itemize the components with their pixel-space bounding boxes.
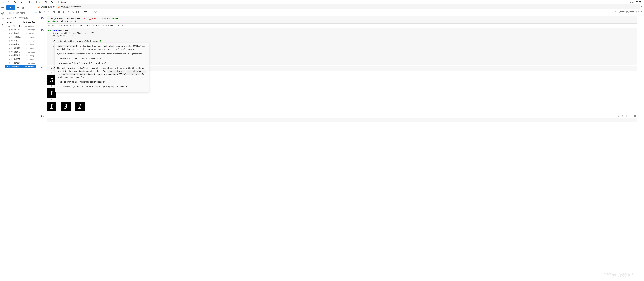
- mnist-item: 33: [61, 98, 70, 111]
- duplicate-button[interactable]: ⿻: [616, 114, 620, 118]
- file-name: MNIST_Data: [12, 25, 22, 27]
- copy-button[interactable]: [52, 10, 56, 14]
- jupyter-logo-icon: [1, 1, 4, 4]
- delete-button[interactable]: 🗑: [633, 114, 636, 118]
- running-icon[interactable]: [1, 12, 4, 15]
- file-modified: 6 days ago: [22, 51, 35, 53]
- menu-kernel[interactable]: Kernel: [34, 0, 43, 4]
- file-row[interactable]: ●▣Untitled.ip...a minute ago: [5, 65, 36, 68]
- insert-cell-button[interactable]: +: [42, 10, 47, 14]
- file-row[interactable]: ▣10-使用静...6 days ago: [5, 61, 36, 65]
- cell-output: <class 'mindspore.dataset.engine.dataset…: [47, 23, 637, 27]
- file-name: 02-快速入...: [12, 32, 22, 35]
- tab-add-button[interactable]: +: [85, 5, 89, 8]
- move-down-button[interactable]: ↓: [625, 114, 628, 118]
- extensions-icon[interactable]: [1, 23, 4, 26]
- render-button[interactable]: [93, 10, 98, 14]
- code-input[interactable]: |: [47, 118, 637, 123]
- menu-view[interactable]: View: [19, 0, 27, 4]
- file-modified: 6 days ago: [22, 32, 35, 34]
- code-cell[interactable]: [5]: train_dataset = MnistDataset("MNIST…: [38, 16, 637, 27]
- save-button[interactable]: [38, 10, 42, 14]
- input-prompt: [6]:: [38, 28, 47, 65]
- file-row[interactable]: ▣02-快速入...6 days ago: [5, 31, 36, 35]
- file-row[interactable]: ▣08-模型训...6 days ago: [5, 54, 36, 57]
- menu-run[interactable]: Run: [27, 0, 34, 4]
- property-inspector: [640, 4, 644, 281]
- code-input[interactable]: train_dataset = MnistDataset("MNIST_Data…: [47, 16, 637, 23]
- settings-icon[interactable]: ⚙: [613, 10, 618, 14]
- kernel-status-icon[interactable]: [636, 11, 638, 13]
- file-modified: a minute ago: [22, 25, 35, 27]
- file-name: 10-使用静...: [12, 61, 22, 64]
- input-prompt: [5]:: [38, 16, 47, 27]
- file-row[interactable]: ▣09-保存与...6 days ago: [5, 57, 36, 61]
- file-modified: 6 days ago: [22, 43, 35, 45]
- toc-icon[interactable]: [1, 18, 4, 20]
- input-prompt: [ ]:: [38, 114, 47, 123]
- file-row[interactable]: ▬MNIST_Dataa minute ago: [5, 24, 36, 28]
- docstring-tooltip: matplotlib.pyplot is a state-based inter…: [55, 43, 149, 92]
- file-modified: 6 days ago: [22, 36, 35, 38]
- notebook-icon: ▣: [8, 32, 11, 35]
- file-row[interactable]: ▣05-数据变...6 days ago: [5, 43, 36, 46]
- new-folder-button[interactable]: [16, 5, 20, 9]
- run-all-button[interactable]: ▶▶: [76, 10, 80, 14]
- paste-button[interactable]: [57, 10, 61, 14]
- file-modified: 6 days ago: [22, 29, 35, 31]
- file-row[interactable]: ▣06-网络构...6 days ago: [5, 46, 36, 50]
- kernel-name[interactable]: Python 3 (ipykernel): [618, 11, 635, 13]
- file-modified: 6 days ago: [22, 58, 35, 60]
- header-name[interactable]: Name: [6, 21, 12, 23]
- file-row[interactable]: ▣07-函数式...6 days ago: [5, 50, 36, 54]
- stop-button[interactable]: ■: [66, 10, 71, 14]
- svg-rect-7: [54, 11, 54, 12]
- cell-toolbar: ⿻ ↑ ↓ ＋ 🗑: [47, 114, 637, 118]
- run-button[interactable]: ▶: [62, 10, 66, 14]
- menu-edit[interactable]: Edit: [12, 0, 19, 4]
- activity-bar: [0, 4, 5, 281]
- cut-button[interactable]: ✂: [47, 10, 52, 14]
- tab-label: 04-数据集Dataset.ipynb: [60, 5, 81, 8]
- cell-type-select[interactable]: Code: [81, 10, 93, 14]
- filter-input-box[interactable]: 🔍: [6, 10, 35, 15]
- header-modified[interactable]: Last Modified: [21, 20, 36, 24]
- file-modified: 6 days ago: [22, 55, 35, 56]
- file-row[interactable]: ●▣04-数据集...3 minutes ago: [5, 39, 36, 43]
- notebook-icon: ▣: [8, 39, 11, 42]
- notebook-toolbar: + ✂ ▶ ■ ▶▶ Code ⚙ Python 3 (ipykernel): [36, 9, 640, 14]
- svg-point-11: [642, 7, 642, 7]
- file-name: 07-函数式...: [12, 50, 22, 53]
- menu-tabs[interactable]: Tabs: [49, 0, 56, 4]
- menu-git[interactable]: Git: [43, 0, 49, 4]
- gear-icon[interactable]: [641, 6, 643, 8]
- file-row[interactable]: ▣01-基本介...6 days ago: [5, 28, 36, 31]
- digit-label: 3: [65, 98, 66, 101]
- code-cell[interactable]: [ ]: ⿻ ↑ ↓ ＋ 🗑 |: [38, 114, 637, 123]
- menu-settings[interactable]: Settings: [56, 0, 67, 4]
- menu-file[interactable]: File: [6, 0, 12, 4]
- insert-above-button[interactable]: ＋: [629, 114, 632, 118]
- notebook-icon: ▣: [8, 47, 11, 49]
- folder-icon[interactable]: [1, 6, 4, 9]
- upload-button[interactable]: [21, 5, 25, 9]
- move-up-button[interactable]: ↑: [620, 114, 624, 118]
- debug-icon[interactable]: [641, 10, 643, 13]
- new-launcher-button[interactable]: +: [6, 5, 15, 9]
- notebook-icon: ▣: [8, 36, 11, 38]
- close-icon[interactable]: ×: [82, 5, 83, 8]
- file-row[interactable]: ▣03-张量Te...6 days ago: [5, 35, 36, 39]
- tab-dataset[interactable]: ▣ 04-数据集Dataset.ipynb ×: [56, 4, 85, 9]
- restart-button[interactable]: [71, 10, 76, 14]
- file-modified: a minute ago: [22, 65, 35, 67]
- filter-input[interactable]: [8, 11, 35, 15]
- breadcrumb[interactable]: /初学入门/初学教程/: [5, 16, 36, 20]
- notebook-icon: ▣: [8, 62, 11, 64]
- tab-untitled[interactable]: ▣ Untitled.ipynb: [36, 4, 56, 9]
- digit-image: 1: [47, 102, 56, 111]
- digit-image: 3: [61, 102, 70, 111]
- refresh-button[interactable]: [26, 5, 30, 9]
- menu-help[interactable]: Help: [67, 0, 75, 4]
- mnist-item: 11: [75, 98, 85, 111]
- file-modified: 6 days ago: [22, 62, 35, 64]
